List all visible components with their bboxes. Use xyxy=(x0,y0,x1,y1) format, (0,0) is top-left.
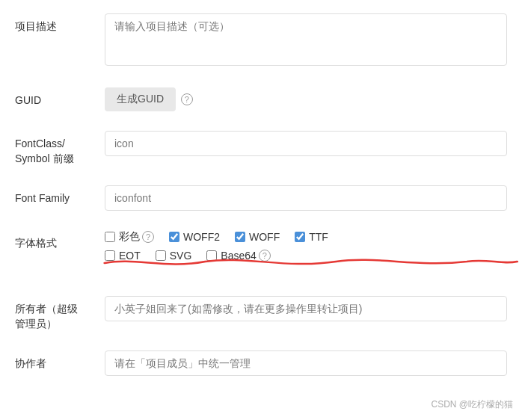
checkbox-woff2[interactable]: WOFF2 xyxy=(169,231,220,243)
checkbox-woff-input[interactable] xyxy=(235,232,245,242)
checkbox-color-label: 彩色 xyxy=(119,230,140,244)
font-family-input[interactable] xyxy=(105,185,507,211)
owner-content xyxy=(105,296,507,321)
color-help-icon[interactable]: ? xyxy=(142,231,154,243)
checkbox-eot-input[interactable] xyxy=(105,250,115,261)
checkbox-svg[interactable]: SVG xyxy=(156,250,192,262)
checkbox-svg-label: SVG xyxy=(170,250,192,262)
collaborator-input[interactable] xyxy=(105,350,507,376)
guid-content: 生成GUID ? xyxy=(105,87,507,111)
checkbox-eot-label: EOT xyxy=(119,250,141,262)
checkbox-ttf-input[interactable] xyxy=(295,232,305,242)
generate-guid-button[interactable]: 生成GUID xyxy=(105,87,176,111)
owner-input[interactable] xyxy=(105,296,507,321)
form-container: 项目描述 GUID 生成GUID ? FontClass/Symbol 前缀 F… xyxy=(0,0,522,404)
checkbox-base64-label: Base64 xyxy=(221,250,256,262)
guid-help-icon[interactable]: ? xyxy=(181,93,193,105)
checkbox-ttf[interactable]: TTF xyxy=(295,231,328,243)
owner-label: 所有者（超级管理员） xyxy=(15,296,105,331)
font-format-row1: 彩色 ? WOFF2 WOFF TTF xyxy=(105,230,507,244)
collaborator-row: 协作者 xyxy=(15,345,507,376)
base64-help-icon[interactable]: ? xyxy=(259,250,271,262)
project-description-content xyxy=(105,13,507,68)
project-description-label: 项目描述 xyxy=(15,13,105,34)
collaborator-label: 协作者 xyxy=(15,350,105,371)
font-class-content xyxy=(105,131,507,156)
checkbox-eot[interactable]: EOT xyxy=(105,250,141,262)
checkbox-woff-label: WOFF xyxy=(249,231,280,243)
watermark: CSDN @吃柠檬的猫 xyxy=(431,398,513,404)
font-format-content: 彩色 ? WOFF2 WOFF TTF xyxy=(105,230,507,263)
curve-spacer xyxy=(15,277,507,290)
checkbox-base64[interactable]: Base64 ? xyxy=(206,250,270,262)
guid-label: GUID xyxy=(15,87,105,108)
checkbox-woff[interactable]: WOFF xyxy=(235,231,280,243)
project-description-row: 项目描述 xyxy=(15,7,507,68)
checkbox-woff2-input[interactable] xyxy=(169,232,179,242)
owner-row: 所有者（超级管理员） xyxy=(15,290,507,331)
font-class-input[interactable] xyxy=(105,131,507,156)
font-class-label: FontClass/Symbol 前缀 xyxy=(15,131,105,166)
font-family-label: Font Family xyxy=(15,185,105,206)
checkbox-color-input[interactable] xyxy=(105,232,115,242)
checkbox-color[interactable]: 彩色 ? xyxy=(105,230,154,244)
font-format-label: 字体格式 xyxy=(15,230,105,251)
checkbox-base64-input[interactable] xyxy=(206,250,217,261)
font-format-row2-wrapper: EOT SVG Base64 ? xyxy=(105,250,507,262)
checkbox-woff2-label: WOFF2 xyxy=(183,231,220,243)
guid-row: GUID 生成GUID ? xyxy=(15,81,507,111)
checkbox-ttf-label: TTF xyxy=(309,231,328,243)
font-format-row: 字体格式 彩色 ? WOFF2 WOFF TTF xyxy=(15,224,507,263)
font-family-content xyxy=(105,185,507,211)
font-family-row: Font Family xyxy=(15,179,507,211)
font-class-row: FontClass/Symbol 前缀 xyxy=(15,125,507,166)
checkbox-svg-input[interactable] xyxy=(156,250,166,261)
font-format-row2: EOT SVG Base64 ? xyxy=(105,250,507,262)
project-description-input[interactable] xyxy=(105,13,507,66)
collaborator-content xyxy=(105,350,507,376)
